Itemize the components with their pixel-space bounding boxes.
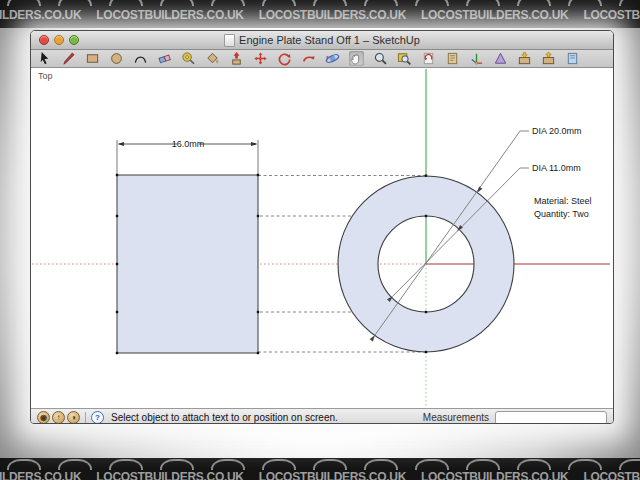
watermark-text: LOCOSTBUILDERS.CO.UK	[96, 470, 243, 480]
orbit-tool-icon[interactable]	[325, 51, 340, 66]
model-info-tool-icon[interactable]	[565, 51, 580, 66]
follow-me-tool-icon[interactable]	[301, 51, 316, 66]
car-silhouette-icon	[7, 0, 41, 6]
side-view-rectangle[interactable]	[117, 175, 258, 353]
car-silhouette-icon	[262, 0, 296, 6]
car-silhouette-icon	[517, 0, 551, 6]
car-silhouette-icon	[7, 459, 41, 470]
axes-tool-icon[interactable]	[469, 51, 484, 66]
line-tool-icon[interactable]	[61, 51, 76, 66]
titlebar[interactable]: Engine Plate Stand Off 1 – SketchUp	[31, 31, 613, 50]
watermark-text: LOCOSTBUILDERS.CO.UK	[96, 8, 243, 22]
watermark-text: LOCOSTBUILDERS.CO.UK	[583, 470, 640, 480]
model-credit-icon[interactable]: ◑	[67, 411, 80, 424]
arc-tool-icon[interactable]	[133, 51, 148, 66]
car-silhouette-icon	[160, 0, 194, 6]
car-silhouette-icon	[619, 0, 640, 6]
pan-tool-icon[interactable]	[349, 51, 364, 66]
model-doc-tool-icon[interactable]	[445, 51, 460, 66]
car-silhouette-icon	[415, 0, 449, 6]
watermark-text: LOCOSTBUILDERS.CO.UK	[0, 8, 81, 22]
watermark-car-row	[0, 459, 640, 470]
car-silhouette-icon	[313, 459, 347, 470]
car-silhouette-icon	[109, 0, 143, 6]
car-silhouette-icon	[415, 459, 449, 470]
look-around-tool-icon[interactable]	[493, 51, 508, 66]
annotation-dia-inner[interactable]: DIA 11.0mm	[532, 163, 581, 173]
canvas-area: Top	[31, 68, 613, 408]
statusbar: ◉↑◑ ? Select object to attach text to or…	[31, 408, 613, 424]
measurements-label: Measurements	[423, 412, 489, 423]
car-silhouette-icon	[313, 0, 347, 6]
car-silhouette-icon	[568, 0, 602, 6]
car-silhouette-icon	[364, 459, 398, 470]
car-silhouette-icon	[58, 0, 92, 6]
car-silhouette-icon	[109, 459, 143, 470]
watermark-text: LOCOSTBUILDERS.CO.UK	[421, 470, 568, 480]
paint-bucket-tool-icon[interactable]	[205, 51, 220, 66]
watermark-text: LOCOSTBUILDERS.CO.UK	[259, 470, 406, 480]
move-tool-icon[interactable]	[253, 51, 268, 66]
view-label: Top	[38, 71, 53, 81]
previous-view-tool-icon[interactable]	[421, 51, 436, 66]
tape-measure-tool-icon[interactable]	[181, 51, 196, 66]
car-silhouette-icon	[211, 459, 245, 470]
zoom-extents-tool-icon[interactable]	[397, 51, 412, 66]
watermark-text-row: LOCOSTBUILDERS.CO.UKLOCOSTBUILDERS.CO.UK…	[0, 470, 640, 480]
drawing-canvas[interactable]: Top	[31, 68, 611, 408]
watermark-text: LOCOSTBUILDERS.CO.UK	[259, 8, 406, 22]
car-silhouette-icon	[619, 459, 640, 470]
watermark-text: LOCOSTBUILDERS.CO.UK	[583, 8, 640, 22]
car-silhouette-icon	[517, 459, 551, 470]
geo-location-icon[interactable]: ◉	[37, 411, 50, 424]
share-model-tool-icon[interactable]	[541, 51, 556, 66]
status-hint: Select object to attach text to or posit…	[111, 412, 338, 423]
dimension-label[interactable]: 16.0mm	[172, 139, 205, 149]
dimension-16mm[interactable]: 16.0mm	[117, 139, 258, 174]
annotation-dia-outer[interactable]: DIA 20.0mm	[532, 126, 582, 136]
watermark-band-top: LOCOSTBUILDERS.CO.UKLOCOSTBUILDERS.CO.UK…	[0, 0, 640, 28]
document-proxy-icon	[224, 34, 235, 47]
select-tool-icon[interactable]	[37, 51, 52, 66]
car-silhouette-icon	[262, 459, 296, 470]
car-silhouette-icon	[160, 459, 194, 470]
car-silhouette-icon	[58, 459, 92, 470]
statusbar-divider	[85, 412, 86, 424]
sketchup-window: Engine Plate Stand Off 1 – SketchUp Top	[30, 30, 614, 424]
watermark-text-row: LOCOSTBUILDERS.CO.UKLOCOSTBUILDERS.CO.UK…	[0, 8, 640, 22]
toolbar	[31, 50, 613, 68]
circle-tool-icon[interactable]	[109, 51, 124, 66]
car-silhouette-icon	[364, 0, 398, 6]
claim-credit-icon[interactable]: ↑	[52, 411, 65, 424]
help-icon[interactable]: ?	[91, 411, 104, 424]
car-silhouette-icon	[211, 0, 245, 6]
minimize-button[interactable]	[54, 35, 64, 45]
watermark-car-row	[0, 0, 640, 6]
close-button[interactable]	[39, 35, 49, 45]
rectangle-tool-icon[interactable]	[85, 51, 100, 66]
window-title: Engine Plate Stand Off 1 – SketchUp	[239, 34, 420, 46]
measurements-input[interactable]	[495, 411, 607, 425]
push-pull-tool-icon[interactable]	[229, 51, 244, 66]
screen-background: LOCOSTBUILDERS.CO.UKLOCOSTBUILDERS.CO.UK…	[0, 0, 640, 480]
zoom-tool-icon[interactable]	[373, 51, 388, 66]
watermark-band-bottom: LOCOSTBUILDERS.CO.UKLOCOSTBUILDERS.CO.UK…	[0, 458, 640, 480]
window-controls	[39, 35, 79, 45]
car-silhouette-icon	[466, 0, 500, 6]
watermark-text: LOCOSTBUILDERS.CO.UK	[0, 470, 81, 480]
get-models-tool-icon[interactable]	[517, 51, 532, 66]
zoom-button[interactable]	[69, 35, 79, 45]
watermark-text: LOCOSTBUILDERS.CO.UK	[421, 8, 568, 22]
rotate-tool-icon[interactable]	[277, 51, 292, 66]
annotation-material[interactable]: Material: Steel	[534, 196, 592, 206]
car-silhouette-icon	[466, 459, 500, 470]
eraser-tool-icon[interactable]	[157, 51, 172, 66]
statusbar-icons: ◉↑◑	[37, 411, 82, 424]
car-silhouette-icon	[568, 459, 602, 470]
annotation-quantity[interactable]: Quantity: Two	[534, 209, 589, 219]
